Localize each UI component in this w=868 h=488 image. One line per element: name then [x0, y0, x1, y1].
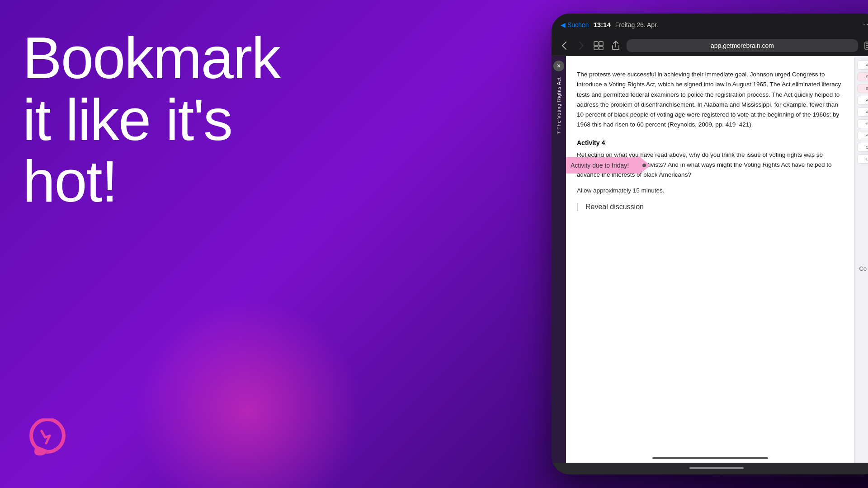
right-panel-item-8[interactable]: Co — [857, 143, 868, 152]
right-panel-item-1[interactable]: Ad — [857, 61, 868, 70]
sidebar-tab: ✕ 7 The Voting Rights Act — [552, 56, 566, 463]
status-back[interactable]: ◀ Suchen — [561, 21, 589, 28]
reveal-discussion-button[interactable]: Reveal discussion — [585, 203, 644, 211]
svg-rect-4 — [599, 47, 603, 50]
right-panel-item-7[interactable]: Ad — [857, 131, 868, 140]
right-panel-item-4[interactable]: Ad — [857, 96, 868, 105]
scroll-indicator — [652, 457, 768, 459]
svg-rect-2 — [599, 42, 603, 46]
right-panel-item-2[interactable]: Se — [857, 72, 868, 81]
co-edge-label: Co — [858, 264, 868, 273]
right-panel-item-3[interactable]: Sa — [857, 84, 868, 93]
reader-button[interactable] — [863, 39, 868, 52]
sidebar-close-btn[interactable]: ✕ — [553, 61, 564, 71]
share-button[interactable] — [609, 39, 622, 52]
main-title: Bookmark it like it's hot! — [23, 27, 280, 212]
bookmark-banner[interactable]: Activity due to friday! — [566, 155, 646, 175]
bookmark-label-text: Activity due to friday! — [566, 157, 638, 174]
activity-heading: Activity 4 — [577, 139, 844, 146]
status-date: Freitag 26. Apr. — [615, 21, 658, 28]
status-time: 13:14 — [593, 21, 610, 28]
sidebar-chapter-label: 7 The Voting Rights Act — [556, 77, 561, 134]
right-panel-item-6[interactable]: Ad — [857, 119, 868, 128]
svg-rect-3 — [594, 47, 598, 50]
back-button[interactable] — [558, 39, 571, 52]
home-indicator — [689, 467, 744, 469]
right-panel-item-5[interactable]: Ad — [857, 108, 868, 117]
brain-logo-icon — [23, 418, 72, 459]
browser-toolbar: app.getmorebrain.com — [552, 36, 868, 56]
allow-time-text: Allow approximately 15 minutes. — [577, 187, 844, 194]
forward-button[interactable] — [575, 39, 588, 52]
tablet-frame: ◀ Suchen 13:14 Freitag 26. Apr. ··· app.… — [552, 14, 868, 474]
url-bar[interactable]: app.getmorebrain.com — [627, 39, 858, 52]
bookmarks-button[interactable] — [592, 39, 605, 52]
status-bar: ◀ Suchen 13:14 Freitag 26. Apr. ··· — [552, 14, 868, 36]
tablet-main-content: ✕ 7 The Voting Rights Act The protests w… — [552, 56, 868, 463]
svg-rect-1 — [594, 42, 598, 46]
document-content: The protests were successful in achievin… — [566, 56, 854, 463]
tablet-device: ◀ Suchen 13:14 Freitag 26. Apr. ··· app.… — [552, 14, 868, 474]
document-paragraph: The protests were successful in achievin… — [577, 70, 844, 130]
left-panel: Bookmark it like it's hot! — [23, 27, 280, 212]
right-panel: Ad Se Sa Ad Ad Ad Ad Co Co — [854, 56, 868, 463]
status-menu-dots[interactable]: ··· — [863, 20, 868, 29]
reveal-section: Reveal discussion — [577, 203, 844, 211]
right-panel-item-9[interactable]: Co — [857, 155, 868, 164]
logo-area — [23, 418, 72, 461]
